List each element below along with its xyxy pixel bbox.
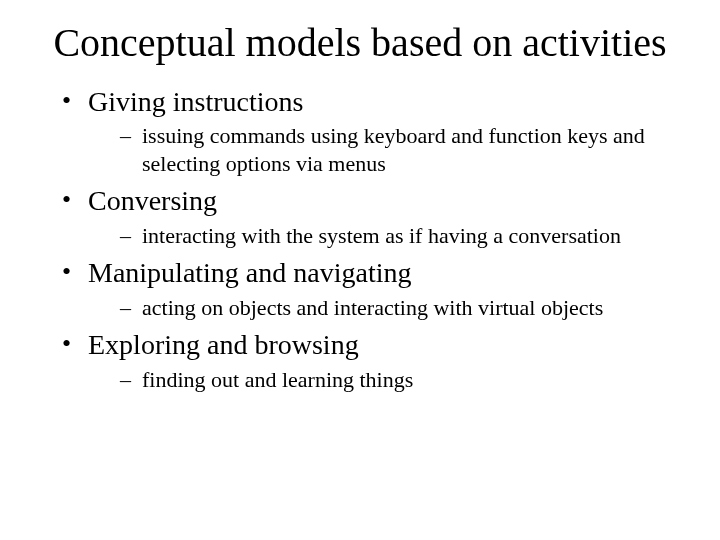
list-item: Giving instructions issuing commands usi… [60, 84, 680, 177]
sub-list: acting on objects and interacting with v… [88, 294, 680, 322]
list-item-label: Exploring and browsing [88, 329, 359, 360]
list-item: Exploring and browsing finding out and l… [60, 327, 680, 393]
sub-list-item: acting on objects and interacting with v… [120, 294, 680, 322]
list-item: Conversing interacting with the system a… [60, 183, 680, 249]
sub-list-item: interacting with the system as if having… [120, 222, 680, 250]
sub-list-item: finding out and learning things [120, 366, 680, 394]
sub-list: finding out and learning things [88, 366, 680, 394]
list-item-label: Conversing [88, 185, 217, 216]
list-item: Manipulating and navigating acting on ob… [60, 255, 680, 321]
list-item-label: Manipulating and navigating [88, 257, 412, 288]
sub-list: interacting with the system as if having… [88, 222, 680, 250]
bullet-list: Giving instructions issuing commands usi… [40, 84, 680, 393]
list-item-label: Giving instructions [88, 86, 303, 117]
slide-title: Conceptual models based on activities [40, 20, 680, 66]
slide: Conceptual models based on activities Gi… [0, 0, 720, 540]
sub-list: issuing commands using keyboard and func… [88, 122, 680, 177]
sub-list-item: issuing commands using keyboard and func… [120, 122, 680, 177]
